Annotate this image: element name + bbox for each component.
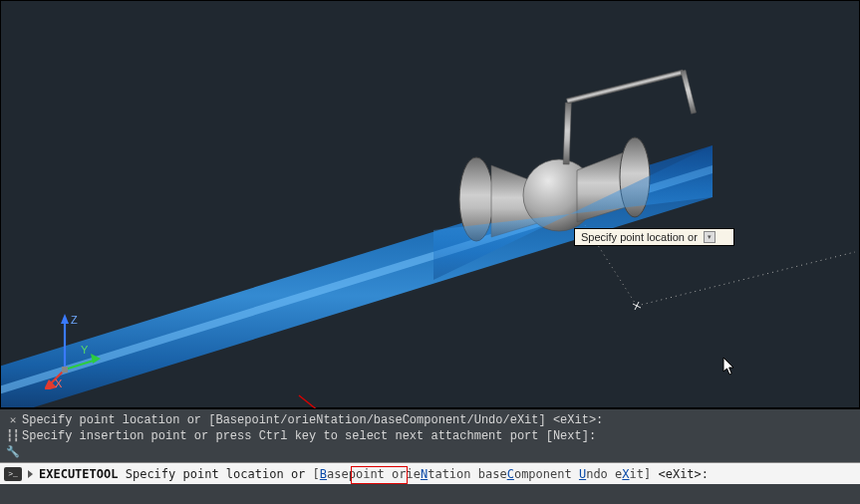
command-input-text[interactable]: EXECUTETOOL Specify point location or [B… xyxy=(39,467,709,481)
chevron-right-icon[interactable] xyxy=(28,470,33,478)
command-option[interactable]: X xyxy=(622,467,629,481)
command-panel: ✕ ┇┇ 🔧 Specify point location or [Basepo… xyxy=(0,408,860,504)
scene-3d xyxy=(1,1,860,408)
command-line-icon: >_ xyxy=(4,467,22,481)
svg-rect-11 xyxy=(563,103,571,164)
grip-icon[interactable]: ┇┇ xyxy=(6,429,20,443)
wrench-icon[interactable]: 🔧 xyxy=(6,445,20,459)
command-gutter: ✕ ┇┇ 🔧 xyxy=(4,412,22,459)
valve-component xyxy=(459,70,697,241)
svg-line-3 xyxy=(635,302,639,310)
svg-rect-12 xyxy=(567,70,685,104)
tooltip-text: Specify point location or xyxy=(581,231,698,243)
command-option[interactable]: B xyxy=(320,467,327,481)
svg-rect-13 xyxy=(681,70,696,114)
history-lines: Specify point location or [Basepoint/ori… xyxy=(22,412,860,459)
close-icon[interactable]: ✕ xyxy=(6,413,20,427)
command-history[interactable]: ✕ ┇┇ 🔧 Specify point location or [Basepo… xyxy=(0,409,860,462)
svg-line-0 xyxy=(637,252,855,306)
command-option[interactable]: C xyxy=(507,467,514,481)
model-viewport[interactable]: Z Y X Specify point location or ▾ xyxy=(0,0,860,408)
dynamic-input-tooltip: Specify point location or ▾ xyxy=(574,228,734,246)
command-input-row[interactable]: >_ EXECUTETOOL Specify point location or… xyxy=(0,462,860,484)
dynamic-input-icon: ▾ xyxy=(704,231,716,243)
